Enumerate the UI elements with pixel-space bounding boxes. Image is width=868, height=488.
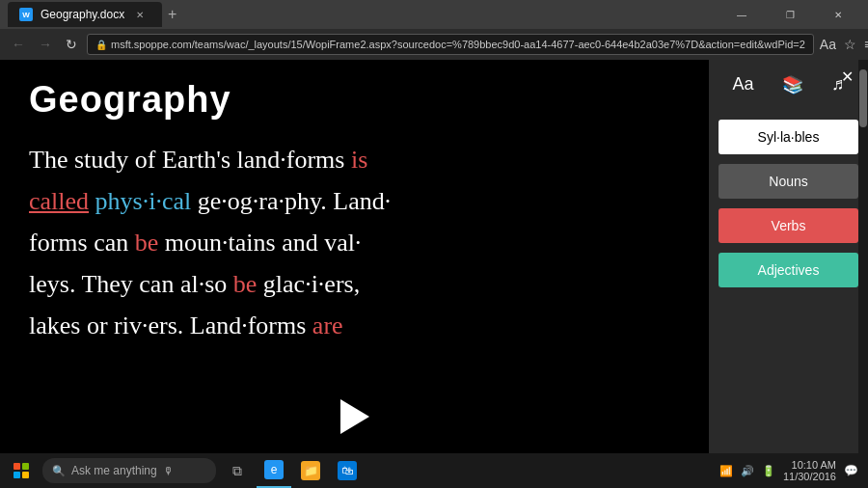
taskbar-apps: ⧉ e 📁 🛍 <box>220 453 716 488</box>
syllables-button[interactable]: Syl·la·bles <box>719 120 858 154</box>
text-normal-1: The study of Earth's land·forms <box>29 146 351 174</box>
back-button[interactable]: ← <box>8 38 29 51</box>
browser-chrome: W Geography.docx ✕ + — ❐ ✕ ← → ↻ 🔒 msft.… <box>0 0 868 60</box>
date-display: 11/30/2016 <box>783 471 836 482</box>
play-button-area <box>340 399 369 434</box>
taskbar-search[interactable]: 🔍 Ask me anything 🎙 <box>42 458 216 483</box>
noun-physical: phys·i·cal <box>95 187 192 215</box>
taskbar-explorer-app[interactable]: 📁 <box>293 453 328 488</box>
text-normal-7: lakes or riv·ers. Land·forms <box>29 312 312 339</box>
address-bar-row: ← → ↻ 🔒 msft.spoppe.com/teams/wac/_layou… <box>0 29 868 60</box>
tab-title: Geography.docx <box>41 8 124 21</box>
notifications-button[interactable]: 💬 <box>844 464 858 477</box>
tab-area: W Geography.docx ✕ + <box>8 0 182 29</box>
edge-icon: e <box>264 460 284 479</box>
text-normal-4: moun·tains and val· <box>158 229 361 257</box>
address-bar[interactable]: 🔒 msft.spoppe.com/teams/wac/_layouts/15/… <box>87 34 814 55</box>
sidebar-panel: Aa 📚 ♬ Syl·la·bles Nouns Verbs Adjective… <box>709 60 868 453</box>
volume-icon: 🔊 <box>741 465 754 477</box>
forward-button[interactable]: → <box>35 38 56 51</box>
taskbar-store-app[interactable]: 🛍 <box>330 453 365 488</box>
verb-called: called <box>29 187 89 215</box>
battery-icon: 🔋 <box>762 465 775 477</box>
windows-logo-icon <box>14 463 29 478</box>
text-normal-6: glac·i·ers, <box>257 270 360 298</box>
nouns-button[interactable]: Nouns <box>719 164 858 199</box>
adjectives-button[interactable]: Adjectives <box>719 253 858 287</box>
taskbar: 🔍 Ask me anything 🎙 ⧉ e 📁 🛍 📶 🔊 🔋 10:10 … <box>0 453 868 488</box>
reading-panel: Geography The study of Earth's land·form… <box>0 60 709 453</box>
taskbar-edge-app[interactable]: e <box>257 453 291 488</box>
start-button[interactable] <box>4 453 39 488</box>
toolbar-icons: Aa ☆ ≡ ✏ 🔗 M ⋯ <box>820 37 868 52</box>
play-button[interactable] <box>340 399 369 434</box>
minimize-button[interactable]: — <box>719 0 764 29</box>
search-icon: 🔍 <box>52 465 66 477</box>
lock-icon: 🔒 <box>95 40 107 50</box>
text-normal-5: leys. They can al·so <box>29 270 233 298</box>
favorites-icon[interactable]: ☆ <box>844 37 856 52</box>
title-bar: W Geography.docx ✕ + — ❐ ✕ <box>0 0 868 29</box>
tab-favicon: W <box>19 8 33 21</box>
network-icon: 📶 <box>719 465 733 477</box>
text-normal-3: forms can <box>29 229 135 257</box>
microphone-icon[interactable]: 🎙 <box>163 465 174 476</box>
search-placeholder-text: Ask me anything <box>71 464 157 477</box>
sidebar-icon-row: Aa 📚 ♬ <box>719 74 858 95</box>
verb-are: are <box>312 312 343 339</box>
main-content: ✕ Geography The study of Earth's land·fo… <box>0 60 868 453</box>
taskbar-cortana[interactable]: ⧉ <box>220 453 255 488</box>
read-aloud-icon[interactable]: Aa <box>820 37 836 52</box>
time-display: 10:10 AM <box>783 459 836 471</box>
document-body: The study of Earth's land·forms is calle… <box>29 140 680 346</box>
task-view-icon: ⧉ <box>228 461 247 480</box>
active-tab[interactable]: W Geography.docx ✕ <box>8 2 162 27</box>
refresh-button[interactable]: ↻ <box>62 38 81 51</box>
close-button[interactable]: ✕ <box>816 0 860 29</box>
store-icon: 🛍 <box>338 461 357 480</box>
text-size-icon[interactable]: Aa <box>733 74 754 95</box>
verb-be-2: be <box>233 270 258 298</box>
content-close-button[interactable]: ✕ <box>841 68 854 86</box>
tab-close-button[interactable]: ✕ <box>136 10 144 20</box>
scrollbar[interactable] <box>858 60 868 453</box>
text-normal-2: ge·og·ra·phy. Land· <box>191 187 391 215</box>
clock[interactable]: 10:10 AM 11/30/2016 <box>783 459 836 482</box>
document-title: Geography <box>29 79 680 121</box>
verb-be-1: be <box>135 229 159 257</box>
window-controls: — ❐ ✕ <box>719 0 860 29</box>
taskbar-right: 📶 🔊 🔋 10:10 AM 11/30/2016 💬 <box>719 459 864 482</box>
explorer-icon: 📁 <box>301 461 320 480</box>
restore-button[interactable]: ❐ <box>768 0 812 29</box>
hub-icon[interactable]: ≡ <box>864 37 868 52</box>
grammar-tools-icon[interactable]: 📚 <box>782 74 803 95</box>
verbs-button[interactable]: Verbs <box>719 208 858 243</box>
verb-is: is <box>351 146 367 174</box>
new-tab-button[interactable]: + <box>162 6 182 23</box>
address-text: msft.spoppe.com/teams/wac/_layouts/15/Wo… <box>111 39 805 50</box>
scrollbar-thumb[interactable] <box>859 69 867 127</box>
